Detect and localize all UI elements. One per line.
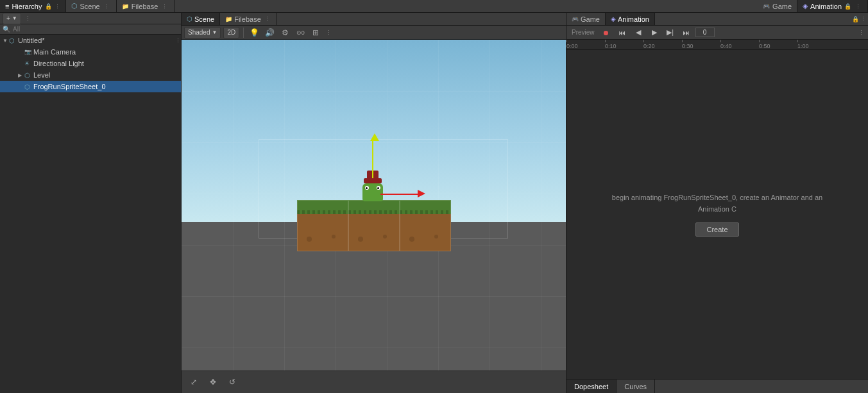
anim-game-tab[interactable]: 🎮 Game [566, 13, 606, 25]
tab-hierarchy[interactable]: ≡ Hierarchy 🔒 ⋮ [0, 0, 66, 12]
tick-line-0 [566, 40, 567, 42]
anim-game-label: Game [581, 15, 600, 23]
timeline-ruler: 0:00 0:10 0:20 0:30 0:40 [566, 40, 868, 50]
filebase-view-tab[interactable]: 📁 Filebase ⋮ [220, 13, 277, 25]
filebase-view-icon: 📁 [225, 16, 232, 22]
prev-frame-button[interactable]: ◀ [631, 27, 645, 38]
directional-light-label: Directional Light [33, 60, 84, 67]
tree-item-frog-sprite[interactable]: ⬡ FrogRunSpriteSheet_0 [0, 81, 181, 92]
animation-message: begin animating FrogRunSpriteSheet_0, cr… [605, 192, 830, 215]
timeline-content-area: begin animating FrogRunSpriteSheet_0, cr… [566, 50, 868, 379]
filebase-view-menu[interactable]: ⋮ [263, 16, 271, 22]
tick-label-5: 0:50 [759, 43, 770, 49]
filebase-menu-icon[interactable]: ⋮ [160, 3, 169, 10]
toolbar-divider-1 [243, 28, 244, 38]
scene-viewport[interactable] [182, 40, 566, 371]
tab-filebase[interactable]: 📁 Filebase ⋮ [117, 0, 175, 12]
scene-expand-icon[interactable]: ⤢ [187, 376, 201, 388]
level-arrow: ▶ [18, 72, 24, 78]
layer-count-btn[interactable]: ⊙ 0 [294, 27, 307, 38]
animation-menu-icon[interactable]: ⋮ [854, 3, 862, 10]
tab-animation[interactable]: ◈ Animation 🔒 ⋮ [797, 0, 868, 12]
tick-label-4: 0:40 [720, 43, 732, 49]
level-icon: ⬡ [24, 72, 33, 79]
add-object-dropdown-icon: ▼ [12, 15, 17, 21]
ruler-tick-4: 0:40 [720, 40, 759, 49]
scene-view-label: Scene [194, 15, 214, 23]
anim-toolbar-menu[interactable]: ⋮ [857, 29, 865, 36]
tab-scene[interactable]: ⬡ Scene ⋮ [66, 0, 117, 12]
anim-panel-menu[interactable]: 🔒 ⋮ [851, 16, 868, 22]
tick-line-5 [759, 40, 760, 42]
record-button[interactable]: ⏺ [599, 27, 613, 38]
scene-view-tab[interactable]: ⬡ Scene [182, 13, 220, 25]
hierarchy-tree: ▼ ⬡ Untitled* ⋮ 📷 Main Camera ☀ Directio… [0, 35, 181, 92]
camera-icon: 📷 [24, 49, 33, 55]
frog-sprite-object[interactable] [361, 178, 384, 201]
view-2d-label: 2D [227, 29, 235, 36]
scene-move-icon[interactable]: ✥ [206, 376, 220, 388]
gizmo-y-arrow [370, 133, 379, 141]
lighting-icon-btn[interactable]: 💡 [248, 27, 260, 38]
goto-end-button[interactable]: ⏭ [679, 27, 694, 38]
create-button[interactable]: Create [695, 222, 738, 237]
filebase-tab-label: Filebase [132, 3, 158, 10]
dopesheet-tab[interactable]: Dopesheet [566, 380, 617, 393]
scene-toolbar: Shaded ▼ 2D 💡 🔊 ⚙ ⊙ 0 ⊞ ⋮ [182, 26, 566, 40]
view-2d-button[interactable]: 2D [223, 27, 239, 38]
scene-tab-label: Scene [80, 3, 100, 10]
tick-label-2: 0:20 [643, 43, 655, 49]
search-icon: 🔍 [3, 26, 10, 33]
animation-lock-icon[interactable]: 🔒 [844, 3, 851, 10]
goto-start-button[interactable]: ⏮ [615, 27, 629, 38]
hierarchy-menu-dots[interactable]: ⋮ [24, 15, 32, 22]
hierarchy-tab-icon: ≡ [5, 3, 9, 10]
untitled-expand-arrow: ▼ [3, 38, 9, 44]
scene-menu-icon[interactable]: ⋮ [103, 3, 111, 10]
tree-item-directional-light[interactable]: ☀ Directional Light [0, 58, 181, 69]
play-button[interactable]: ▶ [647, 27, 661, 38]
add-object-button[interactable]: + ▼ [3, 13, 21, 24]
curves-label: Curves [624, 383, 647, 390]
search-input[interactable] [13, 26, 178, 33]
tile-2 [348, 200, 400, 251]
tree-item-main-camera[interactable]: 📷 Main Camera [0, 46, 181, 58]
curves-tab[interactable]: Curves [617, 380, 655, 393]
frame-counter[interactable]: 0 [695, 28, 715, 37]
audio-icon-btn[interactable]: 🔊 [263, 27, 276, 38]
ruler-tick-1: 0:10 [605, 40, 643, 49]
frog-right-eye [377, 186, 380, 190]
frog-body [362, 183, 383, 201]
hierarchy-lock-icon[interactable]: 🔒 [45, 3, 52, 10]
untitled-icon: ⬡ [9, 37, 18, 44]
scene-view-icon: ⬡ [187, 15, 192, 22]
effects-icon-btn[interactable]: ⚙ [278, 27, 291, 38]
ruler-tick-5: 0:50 [759, 40, 797, 49]
anim-animation-tab[interactable]: ◈ Animation [606, 13, 655, 25]
animation-tab-label: Animation [810, 3, 842, 10]
animation-tab-icon: ◈ [803, 2, 808, 10]
filebase-view-label: Filebase [234, 15, 261, 23]
tab-game[interactable]: 🎮 Game [758, 0, 797, 12]
game-tab-icon: 🎮 [763, 3, 770, 10]
hierarchy-toolbar: + ▼ ⋮ [0, 13, 181, 24]
frog-icon: ⬡ [24, 83, 33, 90]
next-frame-button[interactable]: ▶| [663, 27, 677, 38]
tick-line-6 [797, 40, 798, 42]
scene-toolbar-menu[interactable]: ⋮ [325, 29, 333, 36]
shading-mode-label: Shaded [188, 29, 210, 36]
hierarchy-tab-label: Hierarchy [12, 3, 42, 10]
animation-toolbar: Preview ⏺ ⏮ ◀ ▶ ▶| ⏭ 0 ⋮ [566, 26, 868, 40]
grid-icon-btn[interactable]: ⊞ [309, 27, 322, 38]
tree-item-untitled[interactable]: ▼ ⬡ Untitled* ⋮ [0, 35, 181, 46]
scene-rotate-icon[interactable]: ↺ [225, 376, 239, 388]
tile-1 [297, 200, 348, 251]
anim-animation-label: Animation [618, 15, 649, 23]
gizmo-x-axis [380, 194, 419, 195]
shading-mode-dropdown[interactable]: Shaded ▼ [184, 27, 221, 38]
tree-item-level[interactable]: ▶ ⬡ Level [0, 69, 181, 81]
untitled-menu[interactable]: ⋮ [175, 37, 181, 44]
hierarchy-menu-icon[interactable]: ⋮ [55, 3, 60, 10]
scene-bottom-bar: ⤢ ✥ ↺ [182, 371, 566, 393]
ruler-tick-3: 0:30 [682, 40, 720, 49]
